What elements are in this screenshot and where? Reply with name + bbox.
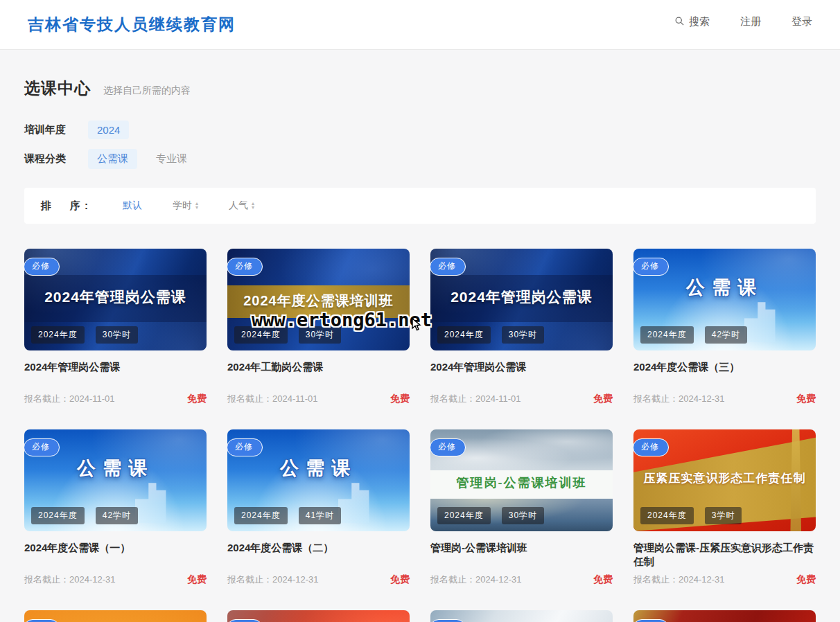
required-badge: 必修: [633, 438, 669, 456]
course-card[interactable]: 必修 公需课 2024年度 41学时 2024年度公需课（二） 报名截止：202…: [227, 429, 410, 586]
year-tag: 2024年度: [234, 326, 288, 344]
course-grid: 必修 2024年管理岗公需课 2024年度 30学时 2024年管理岗公需课 报…: [24, 249, 816, 622]
deadline-value: 2024-12-31: [679, 393, 725, 404]
required-badge: 必修: [430, 438, 466, 456]
skyline-graphic: [338, 483, 377, 523]
course-card[interactable]: 必修 公需课 2024年度 42学时 2024年度公需课（三） 报名截止：202…: [633, 249, 816, 405]
thumbnail-title: 管理岗-公需课培训班: [430, 474, 613, 491]
year-tag: 2024年度: [31, 326, 85, 344]
course-card[interactable]: 必修 2024年管理岗公需课 2024年度 30学时 2024年管理岗公需课 报…: [430, 249, 613, 405]
deadline-label: 报名截止：: [430, 393, 475, 404]
course-card[interactable]: 必修 2024年管理岗公需课 2024年度 30学时 2024年管理岗公需课 报…: [24, 249, 207, 405]
course-thumbnail: 必修 公需课 2024年度 41学时: [227, 429, 410, 531]
price-label: 免费: [187, 574, 207, 586]
skyline-graphic: [135, 483, 174, 523]
search-label: 搜索: [689, 15, 710, 28]
course-thumbnail: 必修 管理岗-公需课培训班 2024年度 30学时: [430, 429, 613, 531]
required-badge: 必修: [227, 258, 263, 276]
year-tag: 2024年度: [640, 326, 694, 344]
course-card[interactable]: 必修 公需课 2024年度 42学时 2024年度公需课（一） 报名截止：202…: [24, 429, 207, 586]
course-title: 2024年管理岗公需课: [430, 360, 613, 388]
register-link[interactable]: 注册: [740, 15, 761, 28]
deadline-value: 2024-11-01: [69, 393, 115, 404]
deadline: 报名截止：2024-12-31: [24, 574, 116, 586]
course-title: 2024年管理岗公需课: [24, 360, 207, 388]
thumbnail-tags: 2024年度 30学时: [437, 326, 544, 344]
deadline: 报名截止：2024-12-31: [227, 574, 319, 586]
course-meta: 报名截止：2024-12-31 免费: [430, 574, 613, 586]
site-brand: 吉林省专技人员继续教育网: [28, 14, 236, 35]
course-card[interactable]: 必修 压紧压实意识形态工作责任制 2024年度 3学时 管理岗公需课-压紧压实意…: [633, 429, 816, 586]
required-badge: 必修: [24, 619, 60, 622]
thumbnail-title: 压紧压实意识形态工作责任制: [633, 470, 816, 486]
page-head: 选课中心 选择自己所需的内容: [24, 78, 816, 99]
deadline-label: 报名截止：: [633, 574, 679, 585]
course-meta: 报名截止：2024-11-01 免费: [24, 393, 207, 405]
price-label: 免费: [796, 393, 816, 405]
required-badge: 必修: [633, 619, 669, 622]
deadline-value: 2024-11-01: [475, 393, 521, 404]
course-thumbnail: 必修: [227, 610, 410, 622]
course-card[interactable]: 必修 2024年度公需课培训班 2024年度 30学时 2024年工勤岗公需课 …: [227, 249, 410, 405]
required-badge: 必修: [227, 619, 263, 622]
course-thumbnail: 必修: [430, 610, 613, 622]
course-thumbnail: 必修 公需课 2024年度 42学时: [633, 249, 816, 350]
course-title: 2024年度公需课（三）: [633, 360, 816, 388]
deadline-value: 2024-12-31: [272, 574, 319, 585]
course-meta: 报名截止：2024-12-31 免费: [24, 574, 207, 586]
thumbnail-tags: 2024年度 30学时: [234, 326, 341, 344]
course-thumbnail: 必修 2024年管理岗公需课 2024年度 30学时: [24, 249, 207, 350]
deadline-value: 2024-12-31: [679, 574, 725, 585]
filter-year-row: 培训年度 2024: [24, 118, 816, 141]
deadline-label: 报名截止：: [430, 574, 475, 585]
deadline: 报名截止：2024-11-01: [430, 393, 521, 405]
required-badge: 必修: [633, 258, 669, 276]
deadline-label: 报名截止：: [227, 574, 272, 585]
hours-tag: 3学时: [705, 507, 742, 524]
hours-tag: 30学时: [502, 326, 544, 344]
deadline-label: 报名截止：: [24, 393, 69, 404]
year-tag: 2024年度: [437, 507, 491, 524]
course-card[interactable]: 必修: [430, 610, 613, 622]
required-badge: 必修: [227, 438, 263, 456]
required-badge: 必修: [430, 619, 466, 622]
deadline: 报名截止：2024-12-31: [430, 574, 522, 586]
course-thumbnail: 必修: [633, 610, 816, 622]
course-card[interactable]: 必修: [227, 610, 410, 622]
deadline-value: 2024-11-01: [272, 393, 318, 404]
sort-arrows-icon: ▴▾: [252, 202, 254, 210]
filter-year-2024[interactable]: 2024: [88, 121, 129, 139]
thumbnail-tags: 2024年度 41学时: [234, 507, 341, 524]
thumbnail-title: 公需课: [24, 456, 207, 481]
filter-category-public[interactable]: 公需课: [88, 149, 137, 169]
deadline-label: 报名截止：: [227, 393, 272, 404]
sort-hours[interactable]: 学时 ▴▾: [173, 199, 198, 212]
course-card[interactable]: 必修 管理岗-公需课培训班 2024年度 30学时 管理岗-公需课培训班 报名截…: [430, 429, 613, 586]
hours-tag: 30学时: [96, 326, 138, 344]
course-meta: 报名截止：2024-12-31 免费: [633, 574, 816, 586]
price-label: 免费: [593, 393, 613, 405]
login-link[interactable]: 登录: [791, 15, 812, 28]
sort-label: 排 序:: [41, 199, 92, 213]
thumbnail-tags: 2024年度 30学时: [31, 326, 138, 344]
thumbnail-title: 2024年度公需课培训班: [227, 292, 410, 310]
deadline: 报名截止：2024-12-31: [633, 393, 725, 405]
course-title: 2024年工勤岗公需课: [227, 360, 410, 388]
course-title: 2024年度公需课（一）: [24, 541, 207, 569]
search-button[interactable]: 搜索: [674, 15, 710, 28]
course-thumbnail: 必修 2024年管理岗公需课 2024年度 30学时: [430, 249, 613, 350]
filter-category-professional[interactable]: 专业课: [147, 149, 196, 169]
hours-tag: 42学时: [705, 326, 747, 344]
course-meta: 报名截止：2024-12-31 免费: [227, 574, 410, 586]
filters: 培训年度 2024 课程分类 公需课 专业课: [24, 118, 816, 170]
course-card[interactable]: 必修: [24, 610, 207, 622]
course-thumbnail: 必修 压紧压实意识形态工作责任制 2024年度 3学时: [633, 429, 816, 531]
thumbnail-tags: 2024年度 30学时: [437, 507, 544, 524]
hours-tag: 30学时: [299, 326, 341, 344]
course-card[interactable]: 必修: [633, 610, 816, 622]
sort-default[interactable]: 默认: [123, 199, 142, 212]
course-thumbnail: 必修 公需课 2024年度 42学时: [24, 429, 207, 531]
thumbnail-tags: 2024年度 42学时: [640, 326, 747, 344]
sort-popularity[interactable]: 人气 ▴▾: [229, 199, 254, 212]
filter-category-row: 课程分类 公需课 专业课: [24, 148, 816, 170]
